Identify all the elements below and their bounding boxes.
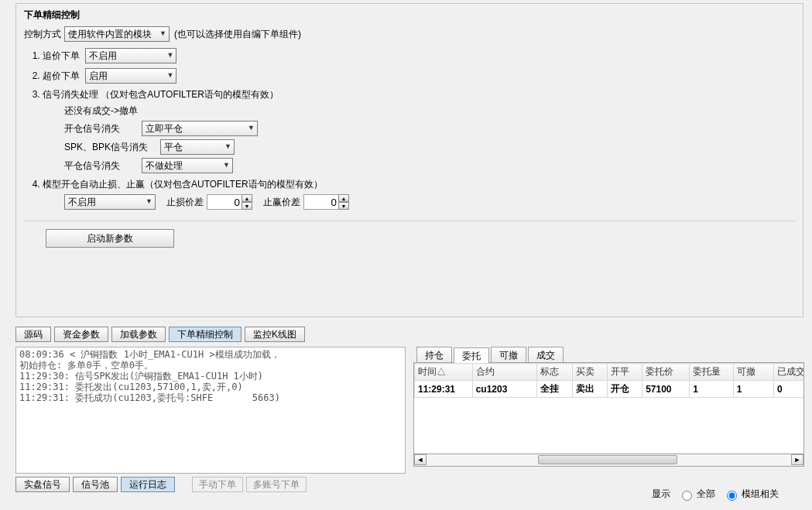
mid-tabstrip: 源码 资金参数 加载参数 下单精细控制 监控K线图 — [15, 327, 305, 342]
loss-input[interactable] — [207, 194, 242, 210]
run-log: 08:09:36 < 沪铜指数 1小时_EMA1-CU1H >模组成功加载， 初… — [15, 347, 406, 474]
separator — [24, 221, 795, 221]
tab-real-signal[interactable]: 实盘信号 — [15, 477, 70, 492]
tab-monitor-kline[interactable]: 监控K线图 — [245, 327, 305, 342]
tab-fund-params[interactable]: 资金参数 — [54, 327, 108, 342]
chase-label: 追价下单 — [43, 50, 80, 63]
scroll-left-icon[interactable]: ◄ — [414, 454, 427, 465]
win-spin-up[interactable]: ▲ — [338, 194, 349, 202]
loss-spin-down[interactable]: ▼ — [242, 202, 252, 210]
auto-sl-enable-select[interactable]: 不启用 — [64, 194, 156, 210]
grid-hscrollbar[interactable]: ◄ ► — [413, 454, 804, 467]
spk-lost-select[interactable]: 平仓 — [160, 139, 235, 155]
scroll-thumb[interactable] — [538, 455, 677, 464]
show-label: 显示 — [652, 488, 670, 501]
radio-model-related[interactable]: 模组相关 — [723, 488, 779, 501]
scroll-right-icon[interactable]: ► — [791, 454, 803, 465]
options-list: 追价下单 不启用 超价下单 启用 信号消失处理 （仅对包含AUTOFILTER语… — [24, 48, 795, 210]
orders-panel: 持仓 委托 可撤 成交 时间△ 合约 标志 买卖 开平 委托价 委托量 — [413, 347, 804, 474]
col-time[interactable]: 时间△ — [415, 364, 473, 381]
panel-title: 下单精细控制 — [24, 9, 795, 22]
log-line: 11:29:31: 委托成功(cu1203,委托号:SHFE 5663) — [19, 392, 280, 403]
bottom-left-tabstrip: 实盘信号 信号池 运行日志 手动下单 多账号下单 — [15, 477, 307, 492]
log-line: 08:09:36 < 沪铜指数 1小时_EMA1-CU1H >模组成功加载， — [19, 349, 280, 360]
col-contract[interactable]: 合约 — [472, 364, 537, 381]
manual-order-button: 手动下单 — [192, 477, 243, 492]
tab-filled[interactable]: 成交 — [528, 347, 564, 362]
col-cancelable[interactable]: 可撤 — [733, 364, 773, 381]
close-lost-label: 平仓信号消失 — [64, 159, 142, 173]
orders-grid: 时间△ 合约 标志 买卖 开平 委托价 委托量 可撤 已成交 已 11:29:3… — [413, 363, 804, 454]
fine-order-control-panel: 下单精细控制 控制方式 使用软件内置的模块 (也可以选择使用自编下单组件) 追价… — [15, 3, 803, 317]
loss-spin-up[interactable]: ▲ — [242, 194, 252, 202]
win-label: 止赢价差 — [263, 196, 300, 209]
tab-run-log[interactable]: 运行日志 — [121, 477, 175, 492]
tab-fine-order-control[interactable]: 下单精细控制 — [169, 327, 242, 342]
radio-all[interactable]: 全部 — [678, 488, 715, 501]
log-line: 初始持仓: 多单0手，空单0手。 — [19, 360, 153, 371]
tab-signal-pool[interactable]: 信号池 — [73, 477, 118, 492]
col-qty[interactable]: 委托量 — [690, 364, 734, 381]
tab-position[interactable]: 持仓 — [416, 347, 452, 362]
win-spin-down[interactable]: ▼ — [338, 202, 349, 210]
open-lost-select[interactable]: 立即平仓 — [142, 121, 258, 136]
multi-account-order-button: 多账号下单 — [246, 477, 307, 492]
close-lost-select[interactable]: 不做处理 — [142, 158, 233, 173]
open-lost-label: 开仓信号消失 — [64, 122, 142, 135]
signal-lost-note: 还没有成交->撤单 — [64, 104, 138, 118]
tab-source[interactable]: 源码 — [15, 327, 51, 342]
loss-label: 止损价差 — [166, 196, 204, 209]
spk-lost-label: SPK、BPK信号消失 — [64, 141, 160, 154]
control-mode-select[interactable]: 使用软件内置的模块 — [64, 26, 170, 42]
table-row[interactable]: 11:29:31 cu1203 全挂 卖出 开仓 57100 1 1 0 0 — [415, 381, 805, 398]
col-flag[interactable]: 标志 — [537, 364, 572, 381]
tab-entrust[interactable]: 委托 — [454, 347, 489, 363]
control-mode-label: 控制方式 — [24, 28, 61, 41]
orders-tabstrip: 持仓 委托 可撤 成交 — [413, 347, 804, 363]
win-input[interactable] — [303, 194, 339, 210]
over-select[interactable]: 启用 — [85, 68, 176, 84]
col-bs[interactable]: 买卖 — [572, 364, 607, 381]
over-label: 超价下单 — [43, 70, 80, 83]
show-filter-row: 显示 全部 模组相关 — [652, 488, 779, 501]
col-price[interactable]: 委托价 — [642, 364, 690, 381]
control-mode-hint: (也可以选择使用自编下单组件) — [174, 28, 301, 41]
col-oc[interactable]: 开平 — [607, 364, 642, 381]
col-filled[interactable]: 已成交 — [773, 364, 804, 381]
chase-select[interactable]: 不启用 — [85, 48, 176, 63]
tab-load-params[interactable]: 加载参数 — [111, 327, 166, 342]
apply-new-params-button[interactable]: 启动新参数 — [46, 229, 174, 248]
tab-cancelable[interactable]: 可撤 — [491, 347, 526, 362]
signal-lost-label: 信号消失处理 （仅对包含AUTOFILTER语句的模型有效） — [43, 88, 279, 101]
grid-header-row: 时间△ 合约 标志 买卖 开平 委托价 委托量 可撤 已成交 已 — [415, 364, 805, 381]
log-line: 11:29:31: 委托发出(cu1203,57100,1,卖,开,0) — [19, 382, 243, 392]
auto-sl-label: 模型开仓自动止损、止赢（仅对包含AUTOFILTER语句的模型有效） — [43, 178, 323, 191]
log-line: 11:29:30: 信号SPK发出(沪铜指数_EMA1-CU1H 1小时) — [19, 371, 263, 382]
